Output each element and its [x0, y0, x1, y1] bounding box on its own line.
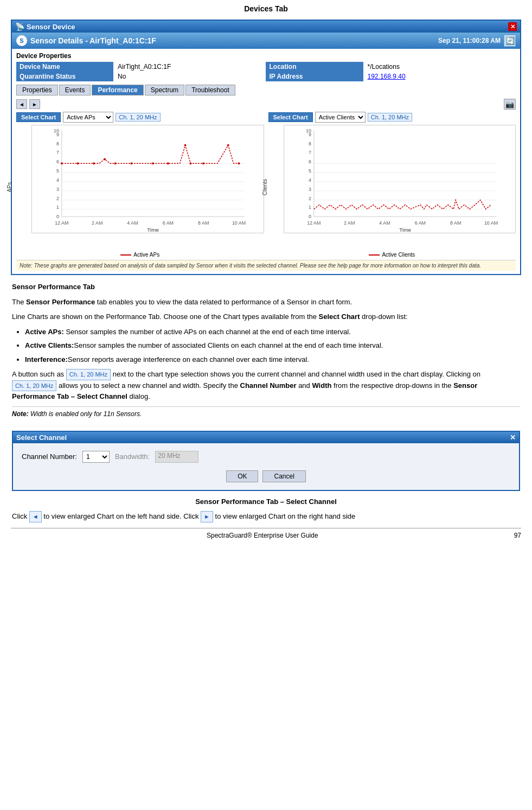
channel-number-label: Channel Number: [22, 452, 77, 461]
bullet-active-clients: Active Clients:Sensor samples the number… [25, 340, 520, 351]
dialog-ok-button[interactable]: OK [226, 470, 258, 482]
svg-point-28 [104, 158, 106, 160]
svg-text:8: 8 [56, 141, 59, 146]
svg-text:1: 1 [308, 205, 311, 210]
legend-line-left [120, 254, 131, 256]
dialog-titlebar: Select Channel ✕ [13, 432, 519, 443]
enlarge-left-icon[interactable]: ◄ [29, 511, 42, 522]
dialog-body: Channel Number: 1234611 Bandwidth: 20 MH… [13, 443, 519, 490]
bullet-aps-bold: Active APs: [25, 328, 64, 336]
chart-type-left-select[interactable]: Active APs Active Clients Interference [63, 112, 113, 123]
svg-text:12 AM: 12 AM [55, 220, 68, 226]
svg-text:10 AM: 10 AM [484, 220, 497, 226]
dialog-button-row: OK Cancel [22, 470, 510, 482]
camera-icon[interactable]: 📷 [504, 99, 516, 110]
svg-text:1: 1 [56, 205, 59, 210]
channel-number-select[interactable]: 1234611 [82, 451, 110, 463]
svg-point-33 [184, 144, 187, 146]
bold-channel-number: Channel Number [240, 381, 297, 390]
window-title: Sensor Device [27, 23, 75, 31]
charts-row: Select Chart Active APs Active Clients I… [16, 112, 516, 258]
tab-spectrum[interactable]: Spectrum [145, 85, 184, 95]
dialog-title: Select Channel [16, 433, 67, 442]
svg-point-31 [152, 162, 154, 164]
svg-text:4 AM: 4 AM [127, 220, 138, 226]
svg-point-35 [202, 162, 204, 164]
select-channel-dialog: Select Channel ✕ Channel Number: 1234611… [12, 431, 520, 491]
svg-text:2 AM: 2 AM [344, 220, 355, 226]
sensor-device-window: 📡 Sensor Device ✕ S Sensor Details - Air… [11, 20, 521, 275]
tab-events[interactable]: Events [59, 85, 91, 95]
chart-nav-right-button[interactable]: ► [29, 99, 40, 109]
svg-text:12 AM: 12 AM [307, 220, 321, 226]
content-area: Sensor Performance Tab The Sensor Perfor… [11, 282, 521, 522]
legend-label-right: Active Clients [382, 252, 415, 258]
svg-text:Time: Time [147, 227, 159, 233]
page-number: 97 [514, 532, 521, 539]
chart-wrapper-right: Clients 0 1 2 3 4 [268, 125, 516, 250]
sensor-icon: S [16, 35, 27, 46]
window-close-button[interactable]: ✕ [508, 22, 517, 31]
chart-controls: ◄ ► 📷 [16, 99, 516, 110]
content-para3: A button such as Ch. 1, 20 MHz next to t… [12, 369, 520, 402]
channel-badge-left[interactable]: Ch. 1, 20 MHz [116, 113, 160, 122]
footer-text: SpectraGuard® Enterprise User Guide [207, 532, 318, 539]
svg-text:2 AM: 2 AM [92, 220, 102, 226]
chart-selector-left: Select Chart Active APs Active Clients I… [16, 112, 264, 123]
svg-text:0: 0 [308, 214, 311, 219]
svg-text:7: 7 [308, 150, 311, 155]
svg-text:6: 6 [308, 159, 311, 164]
svg-point-36 [227, 144, 229, 146]
svg-text:6: 6 [56, 159, 59, 164]
chart-wrapper-left: APs 0 1 2 3 4 [16, 125, 264, 250]
dialog-close-button[interactable]: ✕ [510, 433, 516, 442]
ip-address-value[interactable]: 192.168.9.40 [363, 72, 516, 81]
svg-point-25 [61, 162, 63, 164]
y-label-right: Clients [261, 179, 267, 196]
bullet-interference: Interference:Sensor reports average inte… [25, 354, 520, 365]
svg-text:3: 3 [56, 187, 59, 192]
svg-text:10: 10 [305, 128, 311, 133]
chart-nav-left-button[interactable]: ◄ [16, 99, 27, 109]
svg-text:2: 2 [56, 196, 59, 201]
device-properties-header: Device Properties [16, 52, 516, 60]
content-para1: The Sensor Performance tab enables you t… [12, 297, 520, 308]
sensor-body: Device Properties Device Name AirTight_A… [12, 49, 520, 274]
tab-troubleshoot[interactable]: Troubleshoot [185, 85, 235, 95]
quarantine-status-label: Quarantine Status [16, 72, 113, 81]
inline-channel-badge-1[interactable]: Ch. 1, 20 MHz [66, 369, 111, 380]
ip-address-label: IP Address [266, 72, 363, 81]
tab-properties[interactable]: Properties [16, 85, 58, 95]
bullet-clients-bold: Active Clients: [25, 341, 74, 349]
channel-badge-right[interactable]: Ch. 1, 20 MHz [368, 113, 412, 122]
select-chart-left-button[interactable]: Select Chart [16, 112, 61, 122]
bullet-interference-bold: Interference: [25, 355, 68, 363]
svg-point-30 [131, 162, 133, 164]
chart-note: Note: These graphs are generated based o… [16, 260, 516, 271]
device-name-value: AirTight_A0:1C:1F [113, 62, 266, 72]
enlarge-right-icon[interactable]: ► [201, 511, 213, 522]
sensor-datetime: Sep 21, 11:00:28 AM [438, 37, 501, 44]
note-section: Note: Width is enabled only for 11n Sens… [12, 406, 520, 425]
location-label: Location [266, 62, 363, 72]
svg-text:7: 7 [56, 150, 59, 155]
location-value: */Locations [363, 62, 516, 72]
svg-text:0: 0 [56, 214, 59, 219]
bullet-active-aps: Active APs: Sensor samples the number of… [25, 327, 520, 337]
svg-text:6 AM: 6 AM [163, 220, 174, 226]
dialog-cancel-button[interactable]: Cancel [262, 470, 305, 482]
section-title: Sensor Performance Tab [12, 283, 95, 291]
svg-text:5: 5 [308, 168, 311, 174]
chart-area-right: 0 1 2 3 4 5 6 7 8 9 10 [284, 125, 516, 233]
chart-legend-left: Active APs [16, 252, 264, 258]
chart-legend-right: Active Clients [268, 252, 516, 258]
y-label-left: APs [7, 182, 12, 192]
svg-text:Time: Time [399, 227, 411, 233]
svg-point-26 [77, 162, 79, 164]
tab-performance[interactable]: Performance [92, 85, 143, 95]
inline-channel-badge-2[interactable]: Ch. 1, 20 MHz [12, 380, 56, 392]
chart-type-right-select[interactable]: Active APs Active Clients Interference [315, 112, 366, 123]
refresh-button[interactable]: 🔄 [504, 35, 516, 47]
select-chart-right-button[interactable]: Select Chart [268, 112, 313, 122]
legend-label-left: Active APs [133, 252, 159, 258]
